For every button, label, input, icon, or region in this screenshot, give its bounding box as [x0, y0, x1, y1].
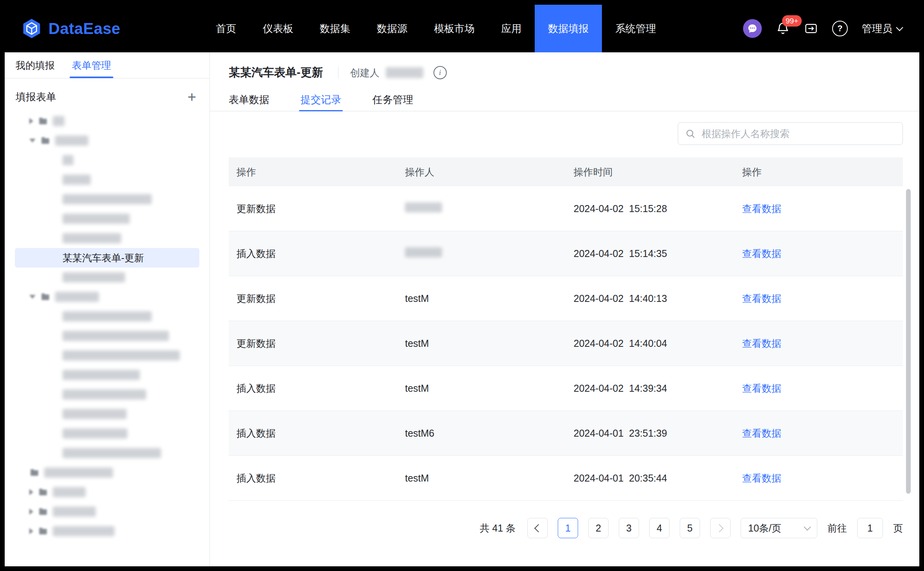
folder-icon: [38, 507, 48, 517]
chevron-right-icon[interactable]: [29, 528, 33, 534]
tree-item-4[interactable]: [15, 170, 199, 189]
tree-item-11[interactable]: [15, 307, 199, 326]
cell-action: 更新数据: [229, 292, 397, 305]
tree-item-16[interactable]: [15, 404, 199, 424]
tree-item-22[interactable]: [15, 521, 199, 541]
switch-version-icon[interactable]: [804, 21, 818, 36]
view-data-link[interactable]: 查看数据: [742, 338, 781, 349]
folder-icon: [40, 136, 50, 146]
page-size-select[interactable]: 10条/页: [741, 518, 817, 538]
next-page-button[interactable]: [710, 518, 731, 538]
search-box[interactable]: [678, 122, 903, 145]
view-data-link[interactable]: 查看数据: [742, 203, 781, 214]
chevron-right-icon[interactable]: [29, 509, 33, 515]
goto-unit: 页: [893, 522, 903, 535]
user-name: 管理员: [862, 22, 892, 36]
cell-time: 2024-04-02 14:39:34: [566, 383, 734, 394]
logo[interactable]: DataEase: [5, 5, 120, 52]
nav-item-4[interactable]: 数据源: [364, 5, 421, 52]
tree-item-9[interactable]: [15, 268, 199, 287]
prev-page-button[interactable]: [527, 518, 548, 538]
tree-item-15[interactable]: [15, 385, 199, 404]
nav-item-5[interactable]: 模板市场: [421, 5, 488, 52]
tree-item-14[interactable]: [15, 365, 199, 385]
tree-item-20[interactable]: [15, 482, 199, 502]
nav-item-7[interactable]: 数据填报: [535, 5, 602, 52]
folder-icon: [38, 526, 48, 536]
blurred-operator: [405, 247, 442, 257]
tree-item-2[interactable]: [15, 131, 199, 150]
folder-icon: [38, 116, 48, 126]
tree-item-13[interactable]: [15, 346, 199, 365]
body-row: 我的填报表单管理 填报表单 + 某某汽车表单-更新 某某汽车表单-更新 创建人 …: [5, 52, 919, 566]
tab-1[interactable]: 表单数据: [229, 88, 269, 111]
cell-time: 2024-04-02 15:15:28: [566, 203, 734, 214]
tree-item-19[interactable]: [15, 463, 199, 482]
notifications-button[interactable]: 99+: [776, 21, 790, 36]
chevron-right-icon[interactable]: [29, 118, 33, 124]
blurred-text: [63, 448, 161, 458]
table-row: 插入数据testM2024-04-02 14:39:34查看数据: [229, 366, 903, 411]
tree-item-17[interactable]: [15, 424, 199, 443]
search-input[interactable]: [701, 128, 895, 140]
cell-time: 2024-04-02 14:40:13: [566, 293, 734, 304]
tree-item-7[interactable]: [15, 228, 199, 248]
nav-item-2[interactable]: 仪表板: [249, 5, 306, 52]
nav-item-1[interactable]: 首页: [202, 5, 249, 52]
view-data-link[interactable]: 查看数据: [742, 383, 781, 394]
page-button-4[interactable]: 4: [649, 518, 670, 538]
view-data-link[interactable]: 查看数据: [742, 473, 781, 484]
tree-item-18[interactable]: [15, 443, 199, 463]
page-button-5[interactable]: 5: [680, 518, 700, 538]
tree-item-3[interactable]: [15, 150, 199, 170]
tree-item-21[interactable]: [15, 502, 199, 521]
vertical-scrollbar[interactable]: [906, 189, 911, 494]
chevron-down-icon[interactable]: [29, 295, 36, 299]
page-button-1[interactable]: 1: [558, 518, 578, 538]
help-icon[interactable]: ?: [832, 21, 848, 36]
view-data-link[interactable]: 查看数据: [742, 293, 781, 304]
folder-icon: [38, 487, 48, 497]
blurred-text: [53, 507, 96, 517]
tree-item-10[interactable]: [15, 287, 199, 307]
view-data-link[interactable]: 查看数据: [742, 428, 781, 439]
sidebar-section-header: 填报表单 +: [5, 79, 210, 110]
nav-item-6[interactable]: 应用: [488, 5, 535, 52]
cell-operator: [397, 202, 566, 215]
cell-operator: testM: [397, 383, 566, 394]
nav-item-3[interactable]: 数据集: [306, 5, 364, 52]
blurred-text: [63, 350, 180, 360]
page-button-3[interactable]: 3: [619, 518, 639, 538]
tree-item-5[interactable]: [15, 189, 199, 209]
blurred-text: [63, 155, 73, 165]
sidebar-tab-2[interactable]: 表单管理: [72, 52, 111, 78]
tab-2[interactable]: 提交记录: [301, 88, 341, 111]
chevron-down-icon[interactable]: [29, 139, 36, 143]
assistant-chat-icon[interactable]: [743, 19, 762, 38]
cell-action: 插入数据: [229, 247, 397, 260]
sidebar-section-title: 填报表单: [16, 90, 56, 104]
cell-operator: testM: [397, 293, 566, 304]
column-header-2: 操作人: [397, 166, 566, 178]
tab-3[interactable]: 任务管理: [372, 88, 413, 111]
tree-item-12[interactable]: [15, 326, 199, 346]
tree-item-6[interactable]: [15, 209, 199, 228]
goto-page-input[interactable]: [857, 518, 883, 538]
page-button-2[interactable]: 2: [588, 518, 609, 538]
nav-item-8[interactable]: 系统管理: [602, 5, 669, 52]
tree-item-8[interactable]: 某某汽车表单-更新: [15, 248, 199, 268]
column-header-3: 操作时间: [566, 166, 734, 178]
user-menu[interactable]: 管理员: [862, 22, 902, 36]
chevron-down-icon: [804, 523, 811, 530]
view-data-link[interactable]: 查看数据: [742, 248, 781, 259]
add-form-button[interactable]: +: [188, 89, 196, 104]
table-row: 更新数据2024-04-02 15:15:28查看数据: [229, 186, 903, 231]
cell-action: 插入数据: [229, 382, 397, 395]
sidebar-tab-1[interactable]: 我的填报: [16, 52, 55, 78]
info-icon[interactable]: i: [433, 66, 447, 79]
tree-item-1[interactable]: [15, 111, 199, 131]
table-row: 插入数据testM62024-04-01 23:51:39查看数据: [229, 411, 903, 456]
chevron-down-icon: [896, 24, 903, 31]
chevron-right-icon[interactable]: [29, 489, 33, 495]
main-tabs: 表单数据提交记录任务管理: [210, 88, 919, 111]
